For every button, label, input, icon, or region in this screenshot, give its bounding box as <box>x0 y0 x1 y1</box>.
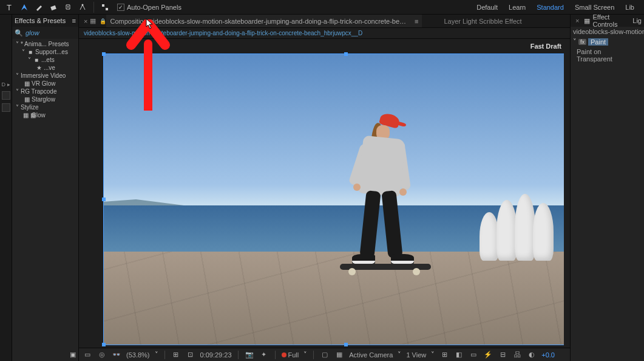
effect-row[interactable]: ˅ fx Paint <box>571 36 644 47</box>
tool-separator <box>93 2 94 13</box>
svg-rect-4 <box>106 8 108 10</box>
tree-item[interactable]: ▦Starglow <box>12 95 78 103</box>
effect-controls-layer-suffix: Lig <box>632 17 642 24</box>
gutter-box-icon[interactable] <box>2 91 10 100</box>
composition-viewer[interactable] <box>85 43 564 348</box>
goggles-icon[interactable]: 👓 <box>112 351 121 359</box>
resolution-icon[interactable]: ⊞ <box>171 351 181 359</box>
snapping-icon[interactable] <box>99 1 111 13</box>
effect-controls-layer-name[interactable]: videoblocks-slow-motion-skat <box>571 27 644 36</box>
timecode-icon[interactable]: ⊡ <box>186 351 195 359</box>
pixel-aspect-icon[interactable]: ▭ <box>469 351 478 359</box>
effects-panel-title: Effects & Presets <box>15 17 66 24</box>
handle-icon[interactable] <box>102 343 106 346</box>
layer-tab[interactable]: Layer Light Scribble Effect <box>440 15 525 27</box>
auto-open-panels-checkbox[interactable]: Auto-Open Panels <box>117 4 181 11</box>
fast-draft-label: Fast Draft <box>530 43 561 50</box>
chevron-down-icon[interactable]: ˅ <box>573 38 577 46</box>
property-label: Paint on Transparent <box>577 48 638 63</box>
new-bin-icon[interactable]: ▣ <box>70 351 76 359</box>
gutter-box-icon[interactable] <box>2 103 10 112</box>
workspace-small-screen[interactable]: Small Screen <box>575 4 614 11</box>
chevron-down-icon: ˅ <box>27 57 32 63</box>
tree-item[interactable]: ˅Immersive Video <box>12 72 78 80</box>
magnification-icon[interactable]: ◎ <box>97 351 107 359</box>
gutter-label: D ▸ <box>2 81 10 88</box>
exposure-value[interactable]: +0.0 <box>541 351 555 359</box>
handle-icon[interactable] <box>102 52 106 56</box>
chevron-down-icon[interactable]: ˅ <box>431 351 435 359</box>
tree-item[interactable]: ˅■Support...es <box>12 48 78 56</box>
type-tool-icon[interactable]: T <box>4 1 16 13</box>
panel-menu-icon[interactable]: ≡ <box>72 17 76 24</box>
timeline-icon[interactable]: ⊟ <box>498 351 507 359</box>
close-icon[interactable]: × <box>84 18 87 25</box>
grid-icon[interactable]: ▦ <box>90 17 96 25</box>
magnification-value[interactable]: (53.8%) <box>126 351 150 359</box>
snapshot-icon[interactable]: 📷 <box>245 351 254 359</box>
workspace-lib[interactable]: Lib <box>625 4 634 11</box>
effect-controls-header[interactable]: × ▦ Effect Controls Lig <box>571 15 644 27</box>
timecode-value[interactable]: 0:09:29:23 <box>200 351 232 359</box>
svg-text:T: T <box>7 3 12 12</box>
flowchart-icon[interactable]: 品 <box>512 350 522 359</box>
svg-rect-1 <box>50 5 56 10</box>
handle-icon[interactable] <box>344 52 348 56</box>
effect-icon: ▦ ▦ <box>23 112 30 119</box>
viewer-area: Fast Draft <box>79 39 570 361</box>
layer-tab-label: Layer Light Scribble Effect <box>444 18 521 25</box>
mask-icon[interactable]: ◧ <box>454 351 464 359</box>
tree-label: Glow <box>32 112 46 119</box>
tree-label: Immersive Video <box>21 72 66 79</box>
fast-preview-icon[interactable]: ⚡ <box>483 351 493 359</box>
workspace-standard[interactable]: Standard <box>537 4 564 11</box>
grid-icon[interactable]: ▦ <box>584 17 590 25</box>
auto-open-panels-label: Auto-Open Panels <box>127 4 181 11</box>
close-icon[interactable]: × <box>575 17 579 24</box>
chevron-down-icon[interactable]: ˅ <box>398 351 401 359</box>
effects-search-row: 🔍 × <box>12 27 78 39</box>
clone-tool-icon[interactable] <box>62 1 74 13</box>
chevron-down-icon[interactable]: ˅ <box>303 351 307 359</box>
reset-exposure-icon[interactable]: ◐ <box>527 351 537 359</box>
roi-icon[interactable]: ▢ <box>320 351 330 359</box>
resolution-dropdown[interactable]: Full <box>282 351 299 359</box>
show-snapshot-icon[interactable]: ✦ <box>259 351 269 359</box>
camera-dropdown[interactable]: Active Camera <box>349 351 393 359</box>
tree-item[interactable]: ★...ve <box>12 64 78 72</box>
magnification-icon[interactable]: ▭ <box>83 351 92 359</box>
pen-tool-icon[interactable] <box>18 1 30 13</box>
search-icon: 🔍 <box>15 29 23 37</box>
effects-panel-header[interactable]: Effects & Presets ≡ <box>12 15 78 27</box>
tree-item[interactable]: ▦VR Glow <box>12 80 78 88</box>
workspace-learn[interactable]: Learn <box>509 4 526 11</box>
transparency-grid-icon[interactable]: ▦ <box>334 351 344 359</box>
brush-tool-icon[interactable] <box>33 1 45 13</box>
guides-icon[interactable]: ⊞ <box>439 351 449 359</box>
tab-menu-icon[interactable]: ≡ <box>415 18 418 25</box>
selection-bbox[interactable] <box>103 53 564 345</box>
lock-icon[interactable]: 🔒 <box>100 18 106 24</box>
chevron-down-icon[interactable]: ˅ <box>155 351 158 359</box>
effect-property[interactable]: Paint on Transparent <box>571 47 644 64</box>
tree-label: ...ets <box>41 57 55 63</box>
fx-badge[interactable]: fx <box>578 39 586 45</box>
eraser-tool-icon[interactable] <box>47 1 59 13</box>
folder-icon: ■ <box>27 49 34 55</box>
chevron-down-icon: ˅ <box>15 72 19 79</box>
tree-label: ...ve <box>44 64 55 71</box>
view-count-dropdown[interactable]: 1 View <box>406 351 426 359</box>
tree-item[interactable]: ˅■...ets <box>12 56 78 64</box>
puppet-tool-icon[interactable] <box>76 1 89 13</box>
handle-icon[interactable] <box>102 198 106 201</box>
breadcrumb[interactable]: videoblocks-slow-motion-skateboarder-jum… <box>84 30 362 36</box>
tree-item[interactable]: ˅RG Trapcode <box>12 88 78 95</box>
tree-item[interactable]: ▦ ▦Glow <box>12 111 78 119</box>
tree-item[interactable]: ˅* Anima... Presets <box>12 40 78 48</box>
preset-icon: ★ <box>35 64 42 71</box>
workspace-default[interactable]: Default <box>476 4 498 11</box>
handle-icon[interactable] <box>344 343 348 346</box>
folder-icon: ■ <box>33 57 40 63</box>
tree-item[interactable]: ˅Stylize <box>12 103 78 111</box>
top-toolbar: T Auto-Open Panels Default Learn Standar… <box>0 0 644 15</box>
